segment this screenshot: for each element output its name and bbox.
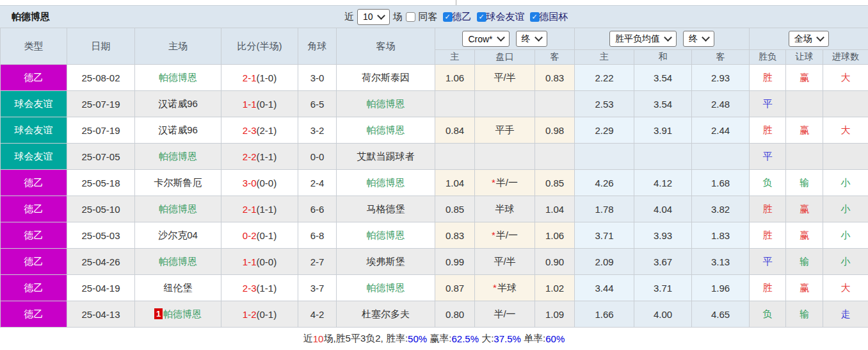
- table-row: 球会友谊25-07-05帕德博恩2-2(1-1)0-0艾默当踢球者平: [1, 144, 868, 170]
- away-team: 帕德博恩: [337, 275, 435, 301]
- type-badge: 球会友谊: [1, 91, 67, 117]
- away-team: 帕德博恩: [337, 170, 435, 196]
- col-header-corner: 角球: [298, 28, 337, 65]
- fulltime-score: 0-2: [243, 230, 257, 241]
- handicap-line-text: 半/一: [496, 229, 518, 240]
- odds-type-select[interactable]: 胜平负均值: [609, 31, 677, 47]
- team-name: 帕德博恩: [367, 282, 405, 293]
- handicap-result-cell: 赢: [786, 222, 823, 249]
- odds-type-value: 胜平负均值: [615, 33, 660, 45]
- handicap-away-odds: [535, 144, 575, 170]
- chevron-down-icon: [702, 33, 710, 42]
- handicap-time-select[interactable]: 终: [516, 31, 547, 47]
- scope-select[interactable]: 全场: [789, 31, 829, 47]
- handicap-company-select[interactable]: Crow*: [462, 31, 509, 47]
- halftime-score: (1-1): [257, 283, 277, 294]
- footer-part-8: 单率:: [521, 333, 545, 345]
- table-row: 德乙25-04-131帕德博恩1-2(0-1)4-2杜塞尔多夫0.80半/一1.…: [1, 301, 868, 328]
- filter-bar: 近 10 场 同客 德乙球会友谊德国杯: [344, 6, 568, 28]
- league-checkbox-2[interactable]: [530, 12, 540, 22]
- home-team: 卡尔斯鲁厄: [135, 170, 221, 196]
- type-badge: 德乙: [1, 275, 67, 301]
- score-cell: 3-0(0-0): [221, 170, 298, 196]
- avg-draw-odds: 3.54: [634, 65, 692, 91]
- handicap-away-odds: [535, 91, 575, 117]
- goals-cell: [823, 144, 868, 170]
- fulltime-score: 2-3: [243, 125, 257, 136]
- handicap-home-odds: [435, 91, 475, 117]
- avg-draw-odds: 3.54: [634, 91, 692, 117]
- handicap-line: 半/一: [475, 301, 535, 328]
- handicap-result-cell: 赢: [786, 275, 823, 301]
- type-badge: 德乙: [1, 222, 67, 249]
- match-date: 25-04-13: [67, 301, 135, 328]
- handicap-line: 平/半: [475, 65, 535, 91]
- league-filter: 球会友谊: [477, 11, 525, 23]
- footer-part-3: 50%: [408, 333, 427, 344]
- team-name: 帕德博恩: [367, 177, 405, 188]
- goals-cell: [823, 91, 868, 117]
- home-team: 汉诺威96: [135, 117, 221, 144]
- match-date: 25-07-19: [67, 117, 135, 144]
- handicap-result-cell: 输: [786, 301, 823, 328]
- fulltime-score: 3-0: [243, 178, 257, 188]
- halftime-score: (2-1): [257, 125, 277, 136]
- goals-cell: 大: [823, 117, 868, 144]
- avg-away-odds: 1.83: [692, 222, 750, 249]
- col-header-score: 比分(半场): [221, 28, 298, 65]
- avg-home-odds: 4.26: [575, 170, 634, 196]
- footer-part-2: 场,胜5平3负2, 胜率:: [323, 333, 408, 345]
- fulltime-score: 2-3: [243, 283, 257, 294]
- halftime-score: (1-1): [257, 151, 277, 162]
- goals-cell: 大: [823, 275, 868, 301]
- match-date: 25-05-03: [67, 222, 135, 249]
- avg-draw-odds: 4.12: [634, 170, 692, 196]
- goals-cell: 走: [823, 301, 868, 328]
- corner-score: 0-0: [298, 144, 337, 170]
- handicap-away-odds: 0.85: [535, 170, 575, 196]
- handicap-line-text: 半/一: [496, 177, 518, 188]
- rank-badge: 1: [154, 308, 163, 319]
- footer-part-1: 10: [313, 333, 324, 344]
- same-away-checkbox[interactable]: [406, 12, 415, 22]
- handicap-result-cell: 输: [786, 249, 823, 275]
- league-checkbox-1[interactable]: [477, 12, 486, 22]
- away-team: 帕德博恩: [337, 222, 435, 249]
- avg-away-odds: 1.68: [692, 170, 750, 196]
- recent-count-select[interactable]: 10: [357, 9, 390, 25]
- halftime-score: (0-0): [257, 256, 277, 267]
- team-name: 荷尔斯泰因: [362, 72, 410, 83]
- avg-home-odds: 1.78: [575, 196, 634, 222]
- handicap-home-odds: 0.84: [435, 117, 475, 144]
- result-cell: 平: [750, 144, 786, 170]
- score-cell: 2-1(1-0): [221, 65, 298, 91]
- handicap-result-cell: 赢: [786, 196, 823, 222]
- corner-score: 3-0: [298, 65, 337, 91]
- handicap-result-cell: 赢: [786, 65, 823, 91]
- league-checkbox-0[interactable]: [443, 12, 453, 22]
- result-group-header: 全场: [750, 28, 868, 50]
- goals-cell: 大: [823, 65, 868, 91]
- corner-score: 3-7: [298, 275, 337, 301]
- odds-time-select[interactable]: 终: [683, 31, 714, 47]
- avg-home-odds: 2.29: [575, 117, 634, 144]
- odds-group-header: 胜平负均值 终: [575, 28, 750, 50]
- score-cell: 2-3(1-1): [221, 275, 298, 301]
- corner-score: 4-2: [298, 301, 337, 328]
- home-team: 沙尔克04: [135, 222, 221, 249]
- corner-score: 3-2: [298, 117, 337, 144]
- col-header-home: 主场: [135, 28, 221, 65]
- table-row: 德乙25-05-10帕德博恩2-1(1-1)6-6马格德堡0.85半球1.041…: [1, 196, 868, 222]
- home-team: 帕德博恩: [135, 196, 221, 222]
- avg-home-odds: [575, 144, 634, 170]
- corner-score: 6-5: [298, 91, 337, 117]
- team-name: 帕德博恩: [367, 229, 405, 240]
- team-name: 帕德博恩: [159, 72, 197, 83]
- table-row: 德乙25-08-02帕德博恩2-1(1-0)3-0荷尔斯泰因1.06平/半0.8…: [1, 65, 868, 91]
- handicap-line-text: 平/半: [494, 72, 515, 83]
- avg-draw-odds: 3.93: [634, 222, 692, 249]
- halftime-score: (0-0): [257, 178, 277, 188]
- away-team: 马格德堡: [337, 196, 435, 222]
- home-team: 帕德博恩: [135, 249, 221, 275]
- match-date: 25-07-19: [67, 91, 135, 117]
